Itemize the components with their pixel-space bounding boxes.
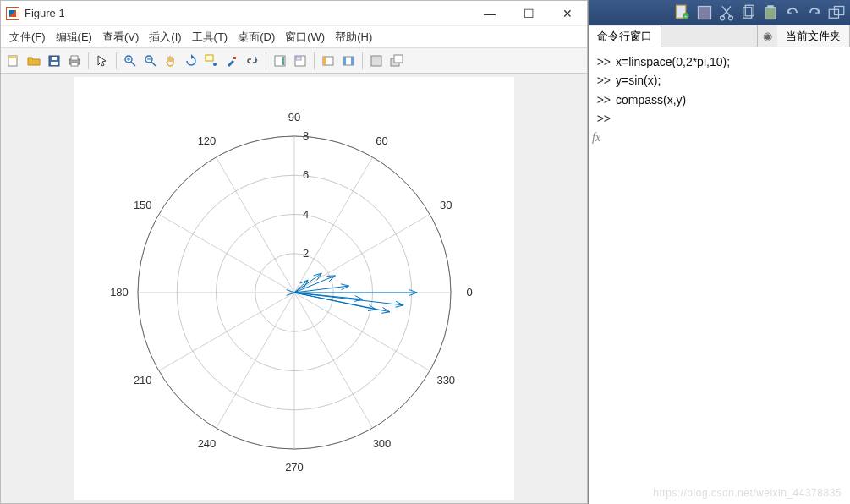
brush-button[interactable] <box>222 52 241 70</box>
redo-icon[interactable] <box>806 4 823 21</box>
menu-insert[interactable]: 插入(I) <box>145 28 184 47</box>
prompt: >> <box>592 71 616 90</box>
insert-colorbar-button[interactable] <box>271 52 289 70</box>
svg-rect-27 <box>371 56 381 66</box>
separator <box>362 52 363 69</box>
rotate-button[interactable] <box>182 52 200 70</box>
tab-current-folder[interactable]: 当前文件夹 <box>777 25 850 47</box>
save-icon[interactable] <box>696 4 713 21</box>
command-line: >>compass(x,y) <box>592 90 847 109</box>
svg-rect-25 <box>343 57 346 65</box>
zoom-in-button[interactable] <box>121 52 140 70</box>
svg-line-59 <box>294 293 373 428</box>
svg-rect-6 <box>71 56 78 60</box>
titlebar[interactable]: Figure 1 — ☐ ✕ <box>1 1 587 26</box>
switch-windows-icon[interactable] <box>828 4 845 21</box>
panel-tabs: 命令行窗口 ◉ 当前文件夹 <box>589 25 850 47</box>
zoom-out-button[interactable] <box>141 52 160 70</box>
svg-text:8: 8 <box>303 129 309 142</box>
menu-file[interactable]: 文件(F) <box>6 28 49 47</box>
tab-label: 命令行窗口 <box>597 29 652 44</box>
tab-command-window[interactable]: 命令行窗口 <box>589 26 661 47</box>
fx-icon[interactable]: fx <box>592 129 600 147</box>
minimize-button[interactable]: — <box>470 1 509 26</box>
dock-button[interactable] <box>367 52 386 70</box>
svg-text:30: 30 <box>440 199 452 211</box>
separator <box>116 52 117 69</box>
new-figure-button[interactable] <box>4 52 23 70</box>
figure-canvas[interactable]: 24680306090120150180210240270300330 <box>1 74 587 503</box>
command-window[interactable]: >>x=linspace(0,2*pi,10); >>y=sin(x); >>c… <box>589 47 850 504</box>
prompt: >> <box>592 52 616 71</box>
svg-rect-26 <box>351 57 354 65</box>
svg-text:0: 0 <box>466 286 472 299</box>
tab-spacer <box>661 25 757 47</box>
matlab-figure-icon <box>6 7 19 20</box>
paste-icon[interactable] <box>762 4 779 21</box>
undock-button[interactable] <box>387 52 406 70</box>
figure-window: Figure 1 — ☐ ✕ 文件(F) 编辑(E) 查看(V) 插入(I) 工… <box>0 0 588 504</box>
tab-label: 当前文件夹 <box>786 29 841 44</box>
separator <box>88 52 89 69</box>
compass-plot[interactable]: 24680306090120150180210240270300330 <box>74 77 514 500</box>
copy-icon[interactable] <box>740 4 757 21</box>
print-button[interactable] <box>65 52 84 70</box>
svg-rect-102 <box>767 5 774 8</box>
svg-line-83 <box>367 310 376 310</box>
menu-desktop[interactable]: 桌面(D) <box>234 28 278 47</box>
pan-button[interactable] <box>162 52 180 70</box>
toolbar <box>1 48 587 74</box>
insert-legend-button[interactable] <box>291 52 310 70</box>
svg-text:330: 330 <box>436 374 455 386</box>
menu-edit[interactable]: 编辑(E) <box>52 28 96 47</box>
command-line: >> <box>592 109 847 128</box>
svg-rect-3 <box>51 62 58 65</box>
svg-line-13 <box>151 62 156 66</box>
command-text: y=sin(x); <box>616 71 661 90</box>
link-button[interactable] <box>243 52 261 70</box>
menu-tools[interactable]: 工具(T) <box>189 28 232 47</box>
svg-rect-96 <box>699 7 711 19</box>
cut-icon[interactable] <box>718 4 735 21</box>
svg-rect-19 <box>282 57 284 65</box>
save-button[interactable] <box>45 52 63 70</box>
pointer-button[interactable] <box>93 52 112 70</box>
svg-line-41 <box>294 215 430 293</box>
svg-line-76 <box>340 284 348 286</box>
toolstrip-quick-access: + <box>589 0 850 25</box>
open-button[interactable] <box>25 52 43 70</box>
show-plot-tools-button[interactable] <box>339 52 358 70</box>
svg-point-16 <box>213 63 217 66</box>
svg-rect-101 <box>765 8 776 19</box>
svg-text:120: 120 <box>197 134 216 147</box>
svg-text:240: 240 <box>197 437 216 450</box>
svg-text:300: 300 <box>372 437 391 450</box>
svg-rect-7 <box>71 63 78 66</box>
window-title: Figure 1 <box>25 7 470 19</box>
undo-icon[interactable] <box>784 4 801 21</box>
menu-view[interactable]: 查看(V) <box>99 28 142 47</box>
svg-text:2: 2 <box>303 247 309 260</box>
menu-window[interactable]: 窗口(W) <box>282 28 328 47</box>
svg-text:270: 270 <box>285 461 304 474</box>
svg-text:4: 4 <box>303 208 309 221</box>
maximize-button[interactable]: ☐ <box>509 1 548 26</box>
command-text: x=linspace(0,2*pi,10); <box>616 52 730 71</box>
menu-help[interactable]: 帮助(H) <box>332 28 376 47</box>
datatip-button[interactable] <box>202 52 221 70</box>
hide-tools-button[interactable] <box>319 52 337 70</box>
svg-rect-4 <box>52 57 57 60</box>
svg-rect-23 <box>323 57 326 65</box>
svg-line-47 <box>216 157 294 293</box>
new-script-icon[interactable]: + <box>674 4 691 21</box>
command-line: >>y=sin(x); <box>592 71 847 90</box>
close-button[interactable]: ✕ <box>548 1 587 26</box>
tab-actions-button[interactable]: ◉ <box>757 25 777 47</box>
svg-line-49 <box>158 215 293 293</box>
svg-line-89 <box>395 305 403 307</box>
svg-rect-1 <box>8 56 17 58</box>
command-text: compass(x,y) <box>616 90 686 109</box>
menubar: 文件(F) 编辑(E) 查看(V) 插入(I) 工具(T) 桌面(D) 窗口(W… <box>1 26 587 48</box>
svg-text:180: 180 <box>110 286 129 299</box>
svg-text:+: + <box>684 13 688 19</box>
